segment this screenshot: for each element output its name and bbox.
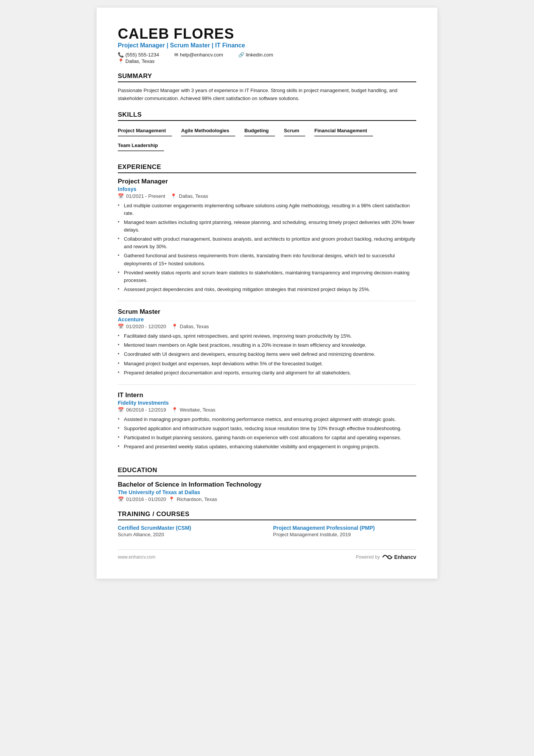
skill-item: Budgeting (244, 125, 275, 136)
phone-icon: 📞 (118, 52, 124, 58)
job-bullet: Supported application and infrastructure… (118, 425, 416, 432)
candidate-name: CALEB FLORES (118, 26, 416, 42)
linkedin-contact[interactable]: 🔗 linkedin.com (238, 52, 273, 58)
calendar-icon: 📅 (118, 193, 124, 199)
linkedin-value: linkedin.com (246, 52, 273, 58)
job-bullet: Assisted in managing program portfolio, … (118, 416, 416, 423)
training-item-org: Scrum Alliance, 2020 (118, 532, 261, 537)
job-dates: 06/2018 - 12/2019 (126, 407, 166, 413)
job-location: Dallas, Texas (179, 193, 208, 199)
email-contact: ✉ help@enhancv.com (174, 52, 223, 58)
job-company: Accenture (118, 316, 416, 322)
training-item-title: Project Management Professional (PMP) (273, 525, 416, 531)
skill-item: Financial Management (314, 125, 373, 136)
job-bullet: Assessed project dependencies and risks,… (118, 286, 416, 293)
summary-section: SUMMARY Passionate Project Manager with … (118, 72, 416, 103)
job-entry: Project ManagerInfosys📅01/2021 - Present… (118, 178, 416, 302)
phone-contact: 📞 (555) 555-1234 (118, 52, 159, 58)
job-meta: 📅01/2020 - 12/2020📍Dallas, Texas (118, 324, 416, 329)
powered-by-label: Powered by (356, 554, 379, 560)
skill-item: Scrum (284, 125, 305, 136)
training-grid: Certified ScrumMaster (CSM)Scrum Allianc… (118, 525, 416, 537)
skill-item: Agile Methodologies (181, 125, 235, 136)
job-company: Infosys (118, 186, 416, 192)
experience-section: EXPERIENCE Project ManagerInfosys📅01/202… (118, 163, 416, 459)
enhancv-icon (382, 554, 393, 560)
skills-heading: SKILLS (118, 111, 416, 121)
job-company: Fidelity Investments (118, 400, 416, 406)
job-bullet: Coordinated with UI designers and develo… (118, 351, 416, 358)
job-title: Project Manager (118, 178, 416, 185)
edu-calendar-icon: 📅 (118, 496, 124, 502)
edu-school: The University of Texas at Dallas (118, 489, 416, 495)
job-bullet: Facilitated daily stand-ups, sprint retr… (118, 332, 416, 340)
contact-row: 📞 (555) 555-1234 ✉ help@enhancv.com 🔗 li… (118, 52, 416, 58)
calendar-icon: 📅 (118, 324, 124, 329)
job-bullet: Gathered functional and business require… (118, 252, 416, 267)
location-icon: 📍 (172, 324, 178, 329)
header-section: CALEB FLORES Project Manager | Scrum Mas… (118, 26, 416, 64)
job-entry: IT InternFidelity Investments📅06/2018 - … (118, 391, 416, 459)
skill-item: Project Management (118, 125, 172, 136)
job-bullet: Prepared and presented weekly status upd… (118, 443, 416, 451)
summary-heading: SUMMARY (118, 72, 416, 82)
location-contact: 📍 Dallas, Texas (118, 58, 401, 64)
job-meta: 📅01/2021 - Present📍Dallas, Texas (118, 193, 416, 199)
footer-url: www.enhancv.com (118, 554, 155, 560)
job-bullet: Mentored team members on Agile best prac… (118, 341, 416, 349)
job-bullets: Assisted in managing program portfolio, … (118, 416, 416, 451)
email-icon: ✉ (174, 52, 178, 58)
footer-powered: Powered by Enhancv (356, 554, 416, 560)
location-icon: 📍 (172, 407, 178, 413)
calendar-icon: 📅 (118, 407, 124, 413)
job-entry: Scrum MasterAccenture📅01/2020 - 12/2020📍… (118, 308, 416, 385)
location-value: Dallas, Texas (125, 58, 155, 64)
job-bullet: Participated in budget planning sessions… (118, 434, 416, 441)
edu-location: Richardson, Texas (177, 496, 217, 502)
brand-name: Enhancv (394, 554, 416, 560)
job-dates: 01/2021 - Present (126, 193, 165, 199)
email-value: help@enhancv.com (180, 52, 223, 58)
job-title: IT Intern (118, 391, 416, 399)
job-bullet: Managed team activities including sprint… (118, 219, 416, 234)
linkedin-icon: 🔗 (238, 52, 244, 58)
job-bullet: Collaborated with product management, bu… (118, 235, 416, 250)
enhancv-logo: Enhancv (382, 554, 416, 560)
location-icon: 📍 (118, 58, 124, 64)
skills-grid: Project ManagementAgile MethodologiesBud… (118, 125, 416, 155)
education-heading: EDUCATION (118, 466, 416, 476)
footer: www.enhancv.com Powered by Enhancv (118, 549, 416, 560)
training-item: Certified ScrumMaster (CSM)Scrum Allianc… (118, 525, 261, 537)
job-location: Westlake, Texas (180, 407, 215, 413)
edu-meta: 📅 01/2016 - 01/2020 📍 Richardson, Texas (118, 496, 416, 502)
skill-item: Team Leadership (118, 140, 164, 151)
job-dates: 01/2020 - 12/2020 (126, 324, 166, 329)
skills-section: SKILLS Project ManagementAgile Methodolo… (118, 111, 416, 155)
training-item-org: Project Management Institute, 2019 (273, 532, 416, 537)
job-bullet: Led multiple customer engagements implem… (118, 202, 416, 217)
training-item: Project Management Professional (PMP)Pro… (273, 525, 416, 537)
experience-heading: EXPERIENCE (118, 163, 416, 173)
job-bullets: Facilitated daily stand-ups, sprint retr… (118, 332, 416, 377)
job-bullet: Managed project budget and expenses, kep… (118, 360, 416, 368)
job-bullet: Provided weekly status reports and scrum… (118, 269, 416, 284)
location-icon: 📍 (170, 193, 176, 199)
candidate-title: Project Manager | Scrum Master | IT Fina… (118, 42, 416, 49)
job-bullets: Led multiple customer engagements implem… (118, 202, 416, 294)
training-section: TRAINING / COURSES Certified ScrumMaster… (118, 510, 416, 537)
job-bullet: Prepared detailed project documentation … (118, 369, 416, 377)
job-meta: 📅06/2018 - 12/2019📍Westlake, Texas (118, 407, 416, 413)
edu-dates: 01/2016 - 01/2020 (126, 496, 166, 502)
jobs-container: Project ManagerInfosys📅01/2021 - Present… (118, 178, 416, 459)
training-heading: TRAINING / COURSES (118, 510, 416, 520)
edu-degree: Bachelor of Science in Information Techn… (118, 481, 416, 488)
job-location: Dallas, Texas (180, 324, 209, 329)
summary-text: Passionate Project Manager with 3 years … (118, 87, 416, 103)
education-section: EDUCATION Bachelor of Science in Informa… (118, 466, 416, 502)
training-item-title: Certified ScrumMaster (CSM) (118, 525, 261, 531)
edu-location-icon: 📍 (169, 496, 175, 502)
phone-value: (555) 555-1234 (125, 52, 159, 58)
resume-page: CALEB FLORES Project Manager | Scrum Mas… (97, 8, 437, 579)
job-title: Scrum Master (118, 308, 416, 316)
